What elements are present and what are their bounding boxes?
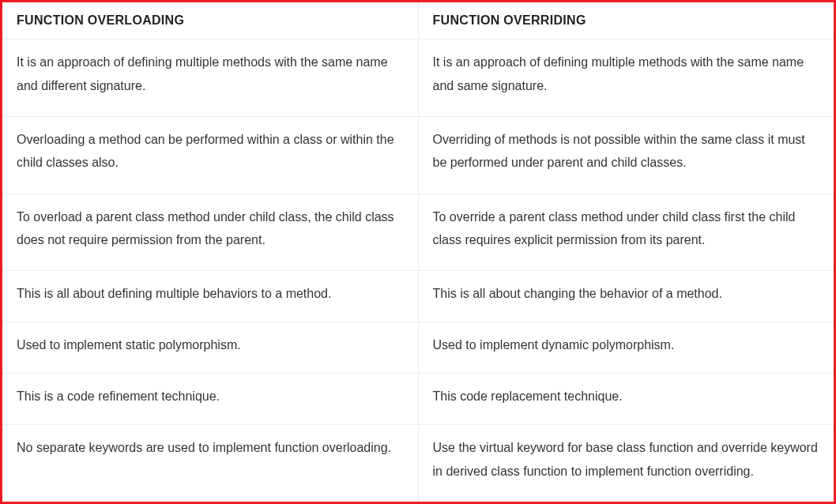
cell-overloading: It is an approach of defining multiple m… [2,39,418,117]
cell-overloading: Overloading a method can be performed wi… [2,116,418,194]
table-row: It is an approach of defining multiple m… [2,39,834,117]
cell-overriding: This code replacement technique. [418,374,834,425]
table-row: Overloading a method can be performed wi… [2,116,834,194]
cell-overriding: Use the virtual keyword for base class f… [418,425,834,502]
table-container: FUNCTION OVERLOADING FUNCTION OVERRIDING… [0,0,836,504]
comparison-table: FUNCTION OVERLOADING FUNCTION OVERRIDING… [2,2,834,502]
table-row: This is all about defining multiple beha… [2,271,834,322]
header-overloading: FUNCTION OVERLOADING [2,2,418,39]
cell-overloading: To overload a parent class method under … [2,194,418,271]
cell-overloading: This is a code refinement technique. [2,374,418,425]
cell-overloading: Used to implement static polymorphism. [2,322,418,374]
cell-overriding: Used to implement dynamic polymorphism. [418,322,834,374]
cell-overriding: It is an approach of defining multiple m… [418,39,834,117]
cell-overloading: No separate keywords are used to impleme… [2,425,418,502]
table-row: Used to implement static polymorphism. U… [2,322,834,374]
cell-overriding: This is all about changing the behavior … [418,271,834,322]
table-header-row: FUNCTION OVERLOADING FUNCTION OVERRIDING [2,2,834,39]
header-overriding: FUNCTION OVERRIDING [418,2,834,39]
table-row: No separate keywords are used to impleme… [2,425,834,502]
cell-overriding: Overriding of methods is not possible wi… [418,116,834,194]
table-row: To overload a parent class method under … [2,194,834,271]
cell-overriding: To override a parent class method under … [418,194,834,271]
cell-overloading: This is all about defining multiple beha… [2,271,418,322]
table-row: This is a code refinement technique. Thi… [2,374,834,425]
